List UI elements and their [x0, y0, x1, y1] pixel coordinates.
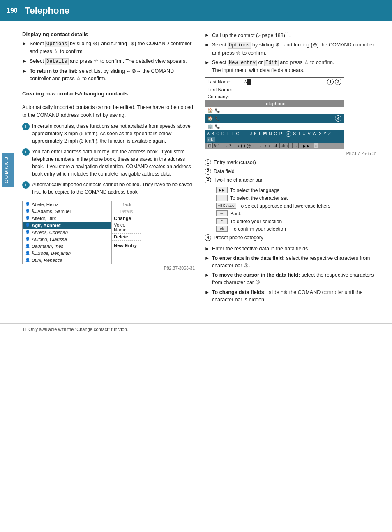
table-row: 👤 📞 Bode, Benjamin: [23, 250, 111, 257]
contact-list-area: 👤 Abele, Heinz 👤 📞 Adams, Samuel 👤 Affel: [22, 201, 195, 271]
if-company-row: Company:: [205, 93, 344, 100]
cl-change-item[interactable]: Change: [112, 215, 141, 222]
lang-icon-box: ▶▶: [216, 187, 228, 193]
person-icon: 👤: [25, 202, 30, 206]
sub-legend-confirm: ok To confirm your selection: [216, 226, 377, 233]
person-icon: 👤: [25, 251, 30, 255]
lang-button[interactable]: ▶▶: [302, 143, 311, 148]
list-item: ► Select Details and press ☆ to confirm.…: [22, 58, 195, 65]
bullet-arrow: ►: [205, 289, 210, 296]
legend-num-2: 2: [205, 168, 211, 175]
legend-num-4: 4: [205, 234, 211, 241]
bullet-arrow: ►: [205, 42, 210, 49]
list-item: ► To change data fields: slide ↑⊛ the CO…: [205, 289, 377, 303]
sub-legend-delete: c To delete your selection: [216, 218, 377, 225]
return-icon: ⊟: [207, 143, 213, 148]
input-form-area: Last Name: /- 1 2 First Name: Company: [205, 77, 377, 156]
person-icon: 👤: [25, 223, 30, 227]
legend-list: 1 Entry mark (cursor) 2 Data field 3 Two…: [205, 159, 377, 184]
if-circle-3: 3: [286, 131, 291, 137]
bullet-arrow: ►: [22, 40, 27, 47]
list-item: ► To return to the list: select List by …: [22, 67, 195, 82]
dots-button[interactable]: …: [292, 143, 299, 148]
legend-text-1: Entry mark (cursor): [214, 159, 256, 166]
cl-delete-item[interactable]: Delete: [112, 233, 141, 240]
delete-icon-box: c: [216, 218, 228, 224]
table-row: 👤 Buhl, Rebecca: [23, 257, 111, 264]
image-caption-1: P82.87-3063-31: [22, 266, 195, 271]
table-row: 👤 📞 Adams, Samuel: [23, 208, 111, 215]
abc-button[interactable]: abc: [279, 143, 289, 148]
legend-num-3: 3: [205, 177, 211, 183]
person-icon: 👤: [25, 258, 30, 262]
bullet-arrow: ►: [205, 255, 210, 262]
bullet-arrow: ►: [22, 58, 27, 65]
right-column: ► Call up the contact (▹ page 188)11. ► …: [205, 31, 377, 307]
left-column: Displaying contact details ► Select Opti…: [22, 31, 195, 307]
cl-voicename-item[interactable]: Voice Name: [112, 222, 141, 233]
cl-main: 👤 Abele, Heinz 👤 📞 Adams, Samuel 👤 Affel: [23, 201, 111, 264]
char-bar-row2[interactable]: ⊟ & ' ; , . ? ! - / ( ) @ : _ ← ↑ ↓ al a…: [205, 143, 344, 149]
bullet-arrow: ►: [205, 272, 210, 279]
legend-item-1: 1 Entry mark (cursor): [205, 159, 377, 166]
info-box-1: i In certain countries, these functions …: [22, 123, 195, 145]
table-row: 👤 Affeldt, Dirk: [23, 215, 111, 222]
footer-note: 11 Only available with the "Change conta…: [22, 327, 128, 332]
legend-list-4: 4 Preset phone category: [205, 234, 377, 241]
person-icon: 👤: [25, 209, 30, 213]
info-icon: i: [22, 148, 30, 156]
case-icon-box: ABC / abc: [216, 203, 236, 209]
if-value-lastname: /-: [244, 79, 325, 85]
if-label-company: Company:: [208, 94, 244, 99]
section-heading-creating: Creating new contacts/changing contacts: [22, 90, 195, 97]
ok-button[interactable]: ok: [207, 137, 215, 142]
info-icon: i: [22, 123, 30, 130]
legend-text-2: Data field: [214, 168, 235, 175]
section-intro: Automatically imported contacts cannot b…: [22, 104, 195, 119]
list-item: ► Select Options by sliding ⊛↓ and turni…: [22, 40, 195, 56]
page-footer: 11 Only available with the "Change conta…: [0, 323, 392, 335]
if-circle-2: 2: [335, 79, 341, 85]
cl-side-panel: Back Details Change Voice Name Delete Ne…: [111, 201, 141, 264]
list-item: ► Select New entry or Edit and press ☆ t…: [205, 59, 377, 74]
info-box-2: i You can enter address data directly in…: [22, 148, 195, 178]
list-item: ► To enter data in the data field: selec…: [205, 254, 377, 269]
if-cursor: [247, 79, 251, 85]
input-form: Last Name: /- 1 2 First Name: Company: [205, 77, 344, 149]
cl-newentry-label[interactable]: New Entry: [112, 242, 141, 249]
office-icon: 🏢: [208, 124, 213, 129]
contact-list: 👤 Abele, Heinz 👤 📞 Adams, Samuel 👤 Affel: [22, 201, 141, 264]
sub-legend-lang: ▶▶ To select the language: [216, 187, 377, 194]
legend-text-4: Preset phone category: [214, 234, 263, 241]
cl-back-button[interactable]: Back: [112, 201, 141, 208]
phone-icon: 📞: [32, 209, 37, 213]
if-circle-1: 1: [327, 79, 334, 85]
if-phone-row-3: 🏢 📞 :: [205, 123, 344, 130]
list-item: ► Select Options by sliding ⊛↓ and turni…: [205, 41, 377, 57]
delete-button[interactable]: c: [314, 143, 318, 148]
if-phone-row-2: 🏠 📞 : 4: [205, 114, 344, 123]
sub-legend-case: ABC / abc To select uppercase and lowerc…: [216, 203, 377, 210]
legend-item-2: 2 Data field: [205, 168, 377, 175]
phone-cat-icon: 📞: [215, 108, 220, 113]
comand-label: COMAND: [2, 153, 14, 187]
comand-sidebar: COMAND: [0, 21, 16, 187]
if-lastname-row: Last Name: /- 1 2: [205, 78, 344, 86]
table-row: 👤 Ahrens, Christian: [23, 229, 111, 236]
if-label-lastname: Last Name:: [208, 79, 244, 84]
further-bullets: ► Enter the respective data in the data …: [205, 245, 377, 303]
charset-icon-box: ...: [216, 195, 228, 201]
info-icon: i: [22, 181, 30, 189]
back-icon-box: ↤: [216, 210, 228, 217]
legend-item-4: 4 Preset phone category: [205, 234, 377, 241]
if-phone-row-1: 🏠 📞 :: [205, 107, 344, 114]
table-row: 👤 Abele, Heinz: [23, 201, 111, 208]
page-number: 190: [7, 7, 18, 14]
char-bar-row1[interactable]: A B C D E F G H I J K L M N O P 3 S T U …: [205, 130, 344, 143]
person-icon: 👤: [25, 230, 30, 234]
if-circle-4: 4: [335, 115, 341, 122]
home-icon: 🏠: [208, 108, 213, 113]
table-row-highlighted: 👤 Agir, Achmet: [23, 222, 111, 229]
displaying-bullets: ► Select Options by sliding ⊛↓ and turni…: [22, 40, 195, 82]
table-row: 👤 Baumann, Ines: [23, 243, 111, 250]
